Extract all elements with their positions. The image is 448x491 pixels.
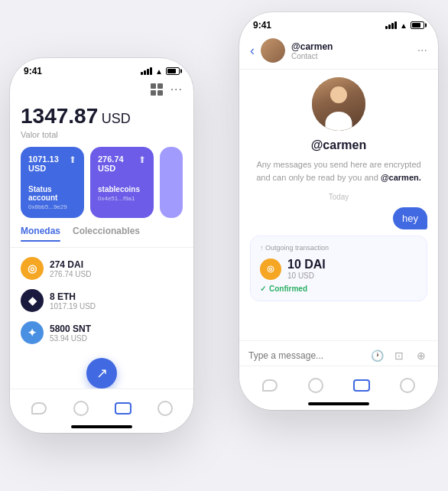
profile-icon-left — [157, 401, 173, 416]
upload-icon-1: ⬆ — [69, 154, 76, 165]
card-subtitle-1: 0x8bb5...9e29 — [28, 203, 76, 210]
balance-label: Valor total — [21, 130, 183, 139]
chat-header: ‹ @carmen Contact ··· — [239, 34, 438, 70]
card-title-2: stablecoins — [98, 185, 146, 193]
notch-right — [300, 12, 377, 31]
chat-avatar-header — [261, 38, 285, 63]
chat-username: @carmen — [311, 138, 367, 152]
nav-profile-left[interactable] — [154, 398, 176, 419]
tabs-row: Monedas Coleccionables — [10, 226, 193, 248]
token-list: ◎ 274 DAI 276.74 USD ◆ 8 ETH 1017.19 USD… — [10, 248, 193, 353]
chat-contact-info: @carmen Contact — [291, 41, 411, 60]
tx-status: ✓ Confirmed — [260, 285, 417, 293]
snt-icon: ✦ — [21, 321, 44, 344]
token-info-snt: 5800 SNT 53.94 USD — [50, 324, 183, 343]
token-usd-eth: 1017.19 USD — [50, 302, 183, 311]
home-indicator-left — [71, 425, 132, 428]
time-left: 9:41 — [24, 66, 42, 76]
status-icons-left: ▲ — [141, 67, 180, 76]
chat-contact-name: @carmen — [291, 41, 411, 52]
card-title-1: Status account — [28, 185, 76, 202]
tx-usd: 10 USD — [287, 272, 417, 280]
chat-input[interactable] — [248, 350, 363, 361]
card-status[interactable]: 1071.13 USD ⬆ Status account 0x8bb5...9e… — [21, 147, 84, 218]
chat-description: Any messages you send here are encrypted… — [250, 158, 427, 184]
battery-icon-right — [411, 21, 424, 29]
eth-icon: ◆ — [21, 289, 44, 312]
tab-monedas[interactable]: Monedas — [21, 226, 60, 241]
compass-icon-left — [73, 401, 89, 416]
phones-container: 9:41 ▲ ··· — [10, 12, 438, 479]
card-subtitle-2: 0x4e51...f9a1 — [98, 195, 146, 202]
back-button[interactable]: ‹ — [250, 43, 255, 59]
token-item-dai[interactable]: ◎ 274 DAI 276.74 USD — [21, 252, 183, 285]
right-phone: 9:41 ▲ ‹ @carmen Co — [239, 12, 438, 410]
left-phone: 9:41 ▲ ··· — [10, 58, 193, 433]
date-label: Today — [329, 193, 349, 201]
status-icons-right: ▲ — [385, 21, 424, 30]
chat-body: @carmen Any messages you send here are e… — [239, 70, 438, 309]
battery-icon-left — [166, 67, 180, 75]
nav-wallet-right[interactable] — [351, 375, 372, 396]
dai-icon: ◎ — [21, 257, 44, 280]
messages-area: hey ↑ Outgoing transaction ◎ 10 DAI 10 U… — [250, 207, 427, 301]
token-info-dai: 274 DAI 276.74 USD — [50, 259, 183, 278]
fab-button[interactable]: ↗ — [86, 358, 117, 389]
balance-currency: USD — [102, 111, 131, 126]
card-amount-1: 1071.13 USD — [28, 154, 69, 173]
token-item-snt[interactable]: ✦ 5800 SNT 53.94 USD — [21, 317, 183, 349]
time-right: 9:41 — [253, 20, 271, 31]
signal-bars-right — [385, 21, 397, 29]
card-amount-2: 276.74 USD — [98, 154, 138, 173]
chat-contact-subtitle: Contact — [291, 52, 411, 60]
message-hey: hey — [393, 207, 427, 229]
upload-icon-2: ⬆ — [138, 154, 146, 165]
balance-section: 1347.87 USD Valor total — [10, 101, 193, 147]
phone-header-left: ··· — [10, 80, 193, 101]
home-indicator-right — [308, 402, 369, 405]
nav-compass-left[interactable] — [70, 398, 92, 419]
token-name-snt: 5800 SNT — [50, 324, 183, 334]
nav-chat-left[interactable] — [28, 398, 50, 419]
token-name-dai: 274 DAI — [50, 259, 183, 270]
nav-profile-right[interactable] — [397, 375, 418, 396]
wifi-icon-left: ▲ — [155, 67, 163, 76]
balance-display: 1347.87 USD — [21, 104, 183, 128]
token-usd-dai: 276.74 USD — [50, 270, 183, 278]
attach-icon[interactable]: ⊕ — [413, 347, 429, 364]
chat-bubble-icon-left — [31, 402, 47, 415]
profile-icon-right — [400, 378, 415, 393]
compass-icon-right — [308, 378, 323, 393]
profile-avatar-large — [312, 77, 365, 131]
notch-left — [63, 58, 140, 76]
nav-chat-right[interactable] — [259, 375, 281, 396]
chat-more-button[interactable]: ··· — [417, 44, 427, 57]
tx-header: ↑ Outgoing transaction — [260, 244, 417, 252]
chat-bubble-icon-right — [262, 379, 278, 392]
image-icon[interactable]: ⊡ — [391, 347, 407, 364]
checkmark-icon: ✓ — [260, 285, 266, 293]
tab-coleccionables[interactable]: Coleccionables — [73, 226, 140, 241]
tx-dai-icon: ◎ — [260, 259, 281, 280]
balance-amount: 1347.87 — [21, 104, 98, 128]
more-icon-left[interactable]: ··· — [170, 83, 183, 96]
signal-bars-left — [141, 67, 152, 75]
token-info-eth: 8 ETH 1017.19 USD — [50, 291, 183, 311]
nav-compass-right[interactable] — [305, 375, 326, 396]
cards-row: 1071.13 USD ⬆ Status account 0x8bb5...9e… — [10, 147, 193, 226]
card-stablecoins[interactable]: 276.74 USD ⬆ stablecoins 0x4e51...f9a1 — [90, 147, 154, 218]
tx-info: 10 DAI 10 USD — [287, 258, 417, 280]
wallet-icon-left — [115, 402, 131, 415]
transaction-card: ↑ Outgoing transaction ◎ 10 DAI 10 USD ✓… — [250, 236, 427, 301]
wallet-icon-right — [353, 379, 370, 392]
emoji-icon[interactable]: 🕐 — [369, 347, 385, 364]
tx-amount: 10 DAI — [287, 258, 417, 272]
tx-label: ↑ Outgoing transaction — [260, 244, 329, 252]
token-item-eth[interactable]: ◆ 8 ETH 1017.19 USD — [21, 285, 183, 317]
tx-row: ◎ 10 DAI 10 USD — [260, 258, 417, 280]
nav-wallet-left[interactable] — [112, 398, 134, 419]
token-usd-snt: 53.94 USD — [50, 334, 183, 343]
grid-icon[interactable] — [151, 83, 163, 96]
wifi-icon-right: ▲ — [400, 21, 407, 30]
card-stub — [160, 147, 183, 218]
